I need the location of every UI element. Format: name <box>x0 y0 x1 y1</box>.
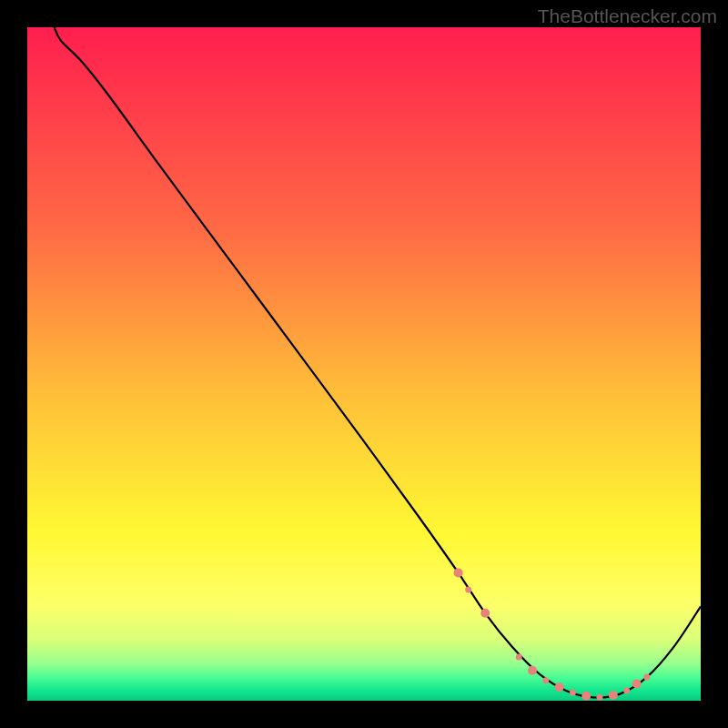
marker-dot <box>581 692 591 701</box>
watermark-text: TheBottlenecker.com <box>538 5 717 27</box>
marker-dot <box>570 690 576 696</box>
curve-layer <box>27 27 701 701</box>
marker-dot <box>516 653 522 660</box>
marker-dot <box>528 666 537 675</box>
marker-dot <box>609 691 618 700</box>
highlight-markers <box>454 568 651 700</box>
marker-dot <box>454 568 463 577</box>
plot-area <box>27 27 701 701</box>
marker-dot <box>542 677 549 683</box>
bottleneck-curve <box>55 27 701 698</box>
marker-dot <box>555 682 564 692</box>
marker-dot <box>480 609 490 618</box>
marker-dot <box>643 674 650 681</box>
marker-dot <box>597 694 603 701</box>
marker-dot <box>632 680 642 689</box>
marker-dot <box>465 586 471 592</box>
marker-dot <box>623 687 630 693</box>
